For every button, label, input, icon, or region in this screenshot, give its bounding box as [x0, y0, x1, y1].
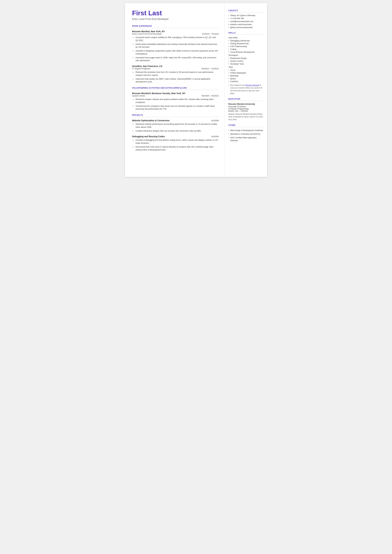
skill-item: Version Control: [228, 60, 263, 62]
edu-awards: Awards: Resume Worded Teaching Fellow (o…: [228, 113, 263, 121]
volunteering-section: VOLUNTEERING ACTIVITIES AND EXTRACURRICU…: [132, 87, 219, 111]
projects-header: PROJECTS: [132, 114, 219, 117]
volunteer-title-row: Resume Worded's Business Society, New Yo…: [132, 92, 219, 95]
other-item: GIAC Certified Web Application Defender: [228, 136, 263, 142]
skill-item: Vue.js: [228, 69, 263, 71]
job-block-2: Growthsi, San Francisco, CA IT Support E…: [132, 65, 219, 83]
volunteer-bullets: Resolved complex network and system prob…: [132, 98, 219, 111]
project-name-2: Debugging and Reusing Codes: [132, 135, 165, 138]
edu-degree: Associate of Science: [228, 105, 263, 108]
resume-container: First Last Entry Level Front End Develop…: [125, 3, 267, 177]
project-bullets-2: Invented a debugging tool that detects c…: [132, 139, 219, 151]
projects-section: PROJECTS Website Optimization & Conversi…: [132, 114, 219, 151]
project-dates-2: 04/2009: [211, 135, 219, 138]
job-block-1: Resume Worded, New York, NY Entry Level …: [132, 30, 219, 62]
project-name-1: Website Optimization & Conversion: [132, 119, 169, 122]
other-section: OTHER Web Design & Development Certifica…: [228, 124, 263, 142]
job-role-2: IT Support Engineer: [132, 67, 150, 70]
job-bullets-2: Reduced the resolution time from 20+ min…: [132, 71, 219, 83]
project-title-row-2: Debugging and Reusing Codes 04/2009: [132, 135, 219, 138]
list-item: Increased search engine visibility for R…: [133, 36, 219, 42]
job-bullets-1: Increased search engine visibility for R…: [132, 36, 219, 62]
volunteer-role: System Admin: [132, 95, 145, 97]
contact-email: email@resumeworded.com: [228, 20, 263, 23]
skill-item: Testing (Experienced): [228, 42, 263, 45]
candidate-name: First Last: [132, 9, 219, 17]
skill-item: Responsive Design: [228, 57, 263, 59]
work-experience-section: WORK EXPERIENCE Resume Worded, New York,…: [132, 25, 219, 83]
job-title-row-2: Growthsi, San Francisco, CA: [132, 65, 219, 67]
job-role-dates-row-2: IT Support Engineer 06/2010 – 12/2014: [132, 67, 219, 70]
rw-link[interactable]: Resume Worded: [245, 84, 259, 86]
list-item: Reduced the resolution time from 20+ min…: [133, 71, 219, 77]
list-item: Resolved complex network and system prob…: [133, 98, 219, 104]
contact-location: Albany, NY (Open to Remote): [228, 14, 263, 17]
skill-item: Developer Tools: [228, 63, 263, 65]
techniques-label: Techniques:: [228, 54, 263, 56]
candidate-title: Entry Level Front End Developer: [132, 18, 219, 21]
contact-phone: +1-234-456-789: [228, 17, 263, 20]
skill-item: Coding: [228, 48, 263, 50]
skill-item: HTML5 Boilerplate: [228, 72, 263, 74]
list-item: Hand-coded embedded stylesheets into exi…: [133, 43, 219, 49]
volunteer-role-dates-row: System Admin 06/2009 – 04/2010: [132, 95, 219, 97]
skill-item: Cross-Browser Development: [228, 51, 263, 53]
other-header: OTHER: [228, 124, 263, 127]
work-experience-header: WORK EXPERIENCE: [132, 25, 219, 28]
skill-item: CodePen: [228, 80, 263, 83]
project-block-2: Debugging and Reusing Codes 04/2009 Inve…: [132, 135, 219, 151]
contact-linkedin: linkedin.com/in/username: [228, 23, 263, 26]
list-item: Transformed the company's web server fro…: [133, 105, 219, 111]
education-header: EDUCATION: [228, 98, 263, 101]
volunteering-header: VOLUNTEERING ACTIVITIES AND EXTRACURRICU…: [132, 87, 219, 90]
job-company-1: Resume Worded, New York, NY: [132, 30, 165, 33]
contact-section: CONTACT Albany, NY (Open to Remote) +1-2…: [228, 9, 263, 28]
rw-note: Don't forget to use Resume Worded to sca…: [228, 84, 263, 95]
education-section: EDUCATION Resume Worded University Assoc…: [228, 98, 263, 121]
left-column: First Last Entry Level Front End Develop…: [125, 3, 224, 177]
list-item: Assisted in designing a payments system …: [133, 49, 219, 56]
contact-github: github.com/resumeworded: [228, 26, 263, 28]
project-title-row-1: Website Optimization & Conversion 05/200…: [132, 119, 219, 122]
list-item: Improved code quality via 4300+ code rev…: [133, 77, 219, 84]
project-bullets-1: Optimized website performance by boostin…: [132, 123, 219, 132]
volunteer-dates: 06/2009 – 04/2010: [202, 95, 219, 97]
tools-label: Tools:: [228, 66, 263, 68]
list-item: Increased home page views to 1200+ daily…: [133, 56, 219, 62]
skills-section: SKILLS Hard Skills: Debugging (Advanced)…: [228, 32, 263, 95]
skill-item: Debugging (Advanced): [228, 40, 263, 42]
list-item: Created interactive designs that can inc…: [133, 129, 219, 133]
contact-header: CONTACT: [228, 9, 263, 13]
right-column: CONTACT Albany, NY (Open to Remote) +1-2…: [224, 3, 267, 177]
volunteer-block-1: Resume Worded's Business Society, New Yo…: [132, 92, 219, 111]
job-dates-2: 06/2010 – 12/2014: [202, 67, 219, 70]
skill-item: Bootstrap: [228, 75, 263, 77]
skills-header: SKILLS: [228, 32, 263, 35]
project-dates-1: 05/2009: [211, 119, 219, 122]
job-title-row-1: Resume Worded, New York, NY: [132, 30, 219, 33]
skill-item: CSS Preprocessing: [228, 45, 263, 48]
project-block-1: Website Optimization & Conversion 05/200…: [132, 119, 219, 132]
volunteer-company: Resume Worded's Business Society, New Yo…: [132, 92, 186, 95]
list-item: Discovered that code reuse in JQuery lib…: [133, 146, 219, 151]
list-item: Optimized website performance by boostin…: [133, 123, 219, 129]
edu-school: Resume Worded University: [228, 103, 263, 105]
list-item: Invented a debugging tool that detects c…: [133, 139, 219, 145]
job-company-2: Growthsi, San Francisco, CA: [132, 65, 162, 67]
job-role-1: Entry Level Front End Developer: [132, 33, 162, 35]
job-role-dates-row-1: Entry Level Front End Developer 01/2015 …: [132, 33, 219, 35]
skill-item: jQuery: [228, 77, 263, 80]
hard-skills-label: Hard Skills:: [228, 37, 263, 39]
job-dates-1: 01/2015 – Present: [202, 33, 219, 35]
other-item: Web Design & Development Certificate: [228, 129, 263, 132]
edu-program: Computer Programming: [228, 108, 263, 110]
other-item: Specialist in Chemistry (SC(ASCP)).: [228, 133, 263, 135]
edu-location: Boston, MA — 05/2010: [228, 110, 263, 112]
